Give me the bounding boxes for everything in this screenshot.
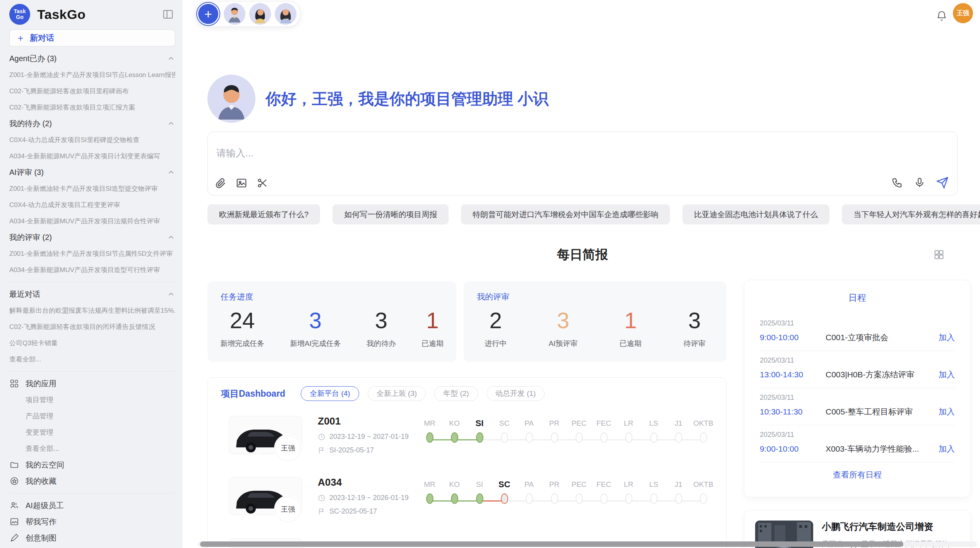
milestone-node[interactable] xyxy=(625,432,632,443)
card-title: 任务进度 xyxy=(221,291,253,302)
avatar[interactable] xyxy=(224,3,245,25)
tab-powertrain[interactable]: 动总开发 (1) xyxy=(487,386,545,401)
section-recent-chats[interactable]: 最近对话 xyxy=(9,286,175,302)
list-item[interactable]: Z001-全新燃油皮卡产品开发项目SI节点Lesson Learn报告 xyxy=(9,67,175,83)
list-item[interactable]: C02-飞腾新能源轻客改款项目里程碑画布 xyxy=(9,83,175,99)
list-item[interactable]: C02-飞腾新能源轻客改款项目的闭环通告反馈情况 xyxy=(9,319,175,335)
list-item[interactable]: C0X4-动力总成开发项目SI里程碑提交物检查 xyxy=(9,132,175,148)
milestone-node[interactable] xyxy=(650,493,658,504)
suggestion-chip[interactable]: 当下年轻人对汽车外观有怎样的喜好趋势 xyxy=(842,204,980,224)
sidebar-item-creative-draw[interactable]: 创意制图 xyxy=(9,530,175,546)
avatar[interactable] xyxy=(275,3,296,25)
view-all-apps[interactable]: 查看全部... xyxy=(9,440,175,457)
apps-grid-icon xyxy=(9,379,19,388)
section-my-todo[interactable]: 我的待办 (2) xyxy=(9,115,175,132)
project-row[interactable]: 王强 A034 2023-12-19 ~ 2026-01-19 SC-2025-… xyxy=(229,474,724,532)
chevron-up-icon[interactable] xyxy=(167,233,175,241)
add-workspace-button[interactable]: + xyxy=(198,4,218,24)
section-ai-review[interactable]: AI评审 (3) xyxy=(9,164,175,180)
milestone-node[interactable] xyxy=(526,432,533,443)
project-row[interactable]: 王强 Z001 2023-12-19 ~ 2027-01-19 SI-2025-… xyxy=(229,413,724,471)
milestone-node[interactable] xyxy=(501,493,508,504)
milestone-node[interactable] xyxy=(451,432,458,443)
milestone-node[interactable] xyxy=(625,493,632,504)
send-icon[interactable] xyxy=(936,176,949,189)
chevron-up-icon[interactable] xyxy=(167,168,175,176)
chevron-up-icon[interactable] xyxy=(167,54,175,63)
stat-in-progress: 2进行中 xyxy=(485,305,507,349)
milestone-node[interactable] xyxy=(600,432,608,443)
milestone-node[interactable] xyxy=(451,493,458,504)
milestone-node[interactable] xyxy=(426,493,433,504)
chevron-up-icon[interactable] xyxy=(167,119,175,128)
milestone-node[interactable] xyxy=(700,493,707,504)
suggestion-chip[interactable]: 特朗普可能对进口汽车增税会对中国车企造成哪些影响 xyxy=(461,204,670,224)
milestone-node[interactable] xyxy=(600,493,608,504)
input-attachments xyxy=(215,177,268,189)
milestone-node[interactable] xyxy=(476,493,483,504)
event-time: 9:00-10:00 xyxy=(760,444,826,454)
tab-model-year[interactable]: 年型 (2) xyxy=(434,386,478,401)
suggestion-chip[interactable]: 如何写一份清晰的项目周报 xyxy=(332,204,449,224)
list-item[interactable]: Z001-全新燃油轻卡产品开发项目SI节点属性5D文件评审 xyxy=(9,245,175,262)
milestone-node[interactable] xyxy=(576,493,583,504)
user-avatar[interactable]: 王强 xyxy=(953,3,973,23)
milestone-node[interactable] xyxy=(551,432,558,443)
tab-new-platform[interactable]: 全新平台 (4) xyxy=(301,386,359,401)
join-link[interactable]: 加入 xyxy=(939,369,955,380)
join-link[interactable]: 加入 xyxy=(939,332,955,343)
sidebar-item-cloud-space[interactable]: 我的云空间 xyxy=(9,457,175,473)
list-item[interactable]: Z001-全新燃油轻卡产品开发项目SI造型提交物评审 xyxy=(9,180,175,197)
milestone-timeline: MR KO SI SC PA PR PEC FEC LR LS J1 OKTB xyxy=(417,418,715,452)
phone-icon[interactable] xyxy=(891,177,903,188)
sidebar-item-project-mgmt[interactable]: 项目管理 xyxy=(9,392,175,408)
suggestion-chip[interactable]: 比亚迪全固态电池计划具体说了什么 xyxy=(682,204,829,224)
layout-grid-icon[interactable] xyxy=(934,249,944,260)
milestone-node[interactable] xyxy=(576,432,583,443)
join-link[interactable]: 加入 xyxy=(939,406,955,417)
milestone-node[interactable] xyxy=(675,493,682,504)
section-my-review[interactable]: 我的评审 (2) xyxy=(9,229,175,245)
scrollbar-thumb[interactable] xyxy=(200,541,903,547)
list-item[interactable]: A034-全新新能源MUV产品开发项目造型可行性评审 xyxy=(9,262,175,278)
join-link[interactable]: 加入 xyxy=(939,444,955,454)
image-icon[interactable] xyxy=(236,177,247,189)
milestone-node[interactable] xyxy=(675,432,682,443)
list-item[interactable]: C02-飞腾新能源轻客改款项目立项汇报方案 xyxy=(9,99,175,115)
tab-new-body[interactable]: 全新上装 (3) xyxy=(368,386,426,401)
list-item[interactable]: C0X4-动力总成开发项目工程变更评审 xyxy=(9,197,175,213)
stat-new-done: 24新增完成任务 xyxy=(220,305,264,349)
view-all-chats[interactable]: 查看全部... xyxy=(9,351,175,367)
list-item[interactable]: 公司Q3轻卡销量 xyxy=(9,335,175,351)
milestone-node[interactable] xyxy=(650,432,658,443)
chat-input-card[interactable]: 请输入... xyxy=(207,132,958,195)
notifications-bell-icon[interactable] xyxy=(936,10,947,22)
list-item[interactable]: 解释最新出台的欧盟报废车法规再生塑料比例被调至15%... xyxy=(9,302,175,319)
milestone-node[interactable] xyxy=(700,432,707,443)
milestone-node[interactable] xyxy=(551,493,558,504)
paperclip-icon[interactable] xyxy=(215,177,226,189)
milestone-node[interactable] xyxy=(526,493,533,504)
chevron-up-icon[interactable] xyxy=(167,290,175,298)
list-item[interactable]: A034-全新新能源MUV产品开发项目法规符合性评审 xyxy=(9,213,175,229)
sidebar-item-favorites[interactable]: 我的收藏 xyxy=(9,473,175,489)
suggestion-chip[interactable]: 欧洲新规最近颁布了什么? xyxy=(207,204,320,224)
new-chat-button[interactable]: ＋ 新对话 xyxy=(9,29,175,46)
sidebar-item-product-mgmt[interactable]: 产品管理 xyxy=(9,408,175,424)
milestone-node[interactable] xyxy=(476,432,483,443)
scissors-icon[interactable] xyxy=(257,177,268,189)
sidebar-item-help-write[interactable]: 帮我写作 xyxy=(9,514,175,530)
milestone-node[interactable] xyxy=(501,432,508,443)
divider xyxy=(9,371,175,372)
section-agent-done[interactable]: Agent已办 (3) xyxy=(9,50,175,67)
sidebar-collapse-icon[interactable] xyxy=(162,9,174,20)
sidebar-item-my-apps[interactable]: 我的应用 xyxy=(9,375,175,392)
milestone-node[interactable] xyxy=(426,432,433,443)
avatar[interactable] xyxy=(249,3,271,25)
sidebar-item-change-mgmt[interactable]: 变更管理 xyxy=(9,424,175,440)
sidebar-item-ai-staff[interactable]: AI超级员工 xyxy=(9,497,175,514)
list-item[interactable]: A034-全新新能源MUV产品开发项目计划变更表编写 xyxy=(9,148,175,164)
microphone-icon[interactable] xyxy=(914,177,925,188)
horizontal-scrollbar[interactable] xyxy=(198,541,977,547)
view-all-schedule-link[interactable]: 查看所有日程 xyxy=(760,469,955,480)
